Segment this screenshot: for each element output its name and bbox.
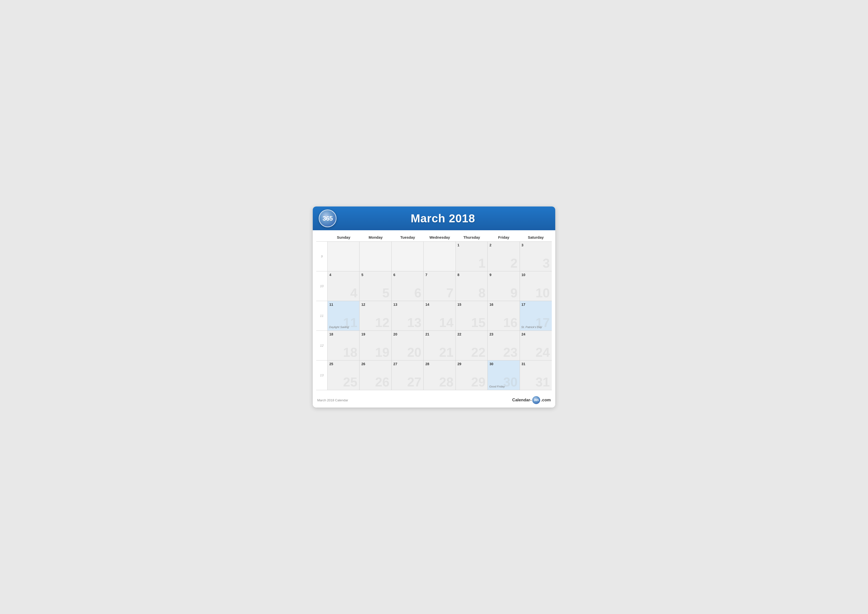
watermark-w1-d6: 10 (535, 286, 550, 299)
day-number-w4-d1: 26 (361, 362, 389, 366)
day-number-w1-d5: 9 (490, 273, 518, 277)
dow-friday: Friday (488, 233, 519, 241)
day-cell-w1-d6: 1010 (520, 271, 552, 301)
day-cell-w0-d6: 33 (520, 242, 552, 271)
day-number-w2-d5: 16 (490, 303, 518, 306)
page-footer: March 2018 Calendar Calendar- 365 .com (313, 394, 555, 407)
footer-brand-prefix: Calendar- (512, 398, 532, 403)
week-row-0: 9112233 (316, 242, 552, 271)
day-cell-w3-d4: 2222 (456, 331, 488, 360)
day-cell-w2-d1: 1212 (360, 301, 391, 331)
day-cell-w1-d4: 88 (456, 271, 488, 301)
watermark-w4-d4: 29 (471, 376, 485, 389)
watermark-w3-d0: 18 (343, 346, 358, 359)
day-number-w4-d0: 25 (329, 362, 358, 366)
day-cell-w4-d4: 2929 (456, 361, 488, 390)
day-number-w4-d2: 27 (394, 362, 422, 366)
watermark-w3-d2: 20 (407, 346, 422, 359)
day-number-w2-d6: 17 (522, 303, 550, 306)
week-number-0: 9 (316, 242, 328, 271)
day-number-w3-d3: 21 (425, 332, 454, 336)
watermark-w3-d4: 22 (471, 346, 485, 359)
dow-sunday: Sunday (328, 233, 360, 241)
dow-tuesday: Tuesday (392, 233, 424, 241)
watermark-w0-d4: 1 (478, 257, 485, 270)
day-cell-w3-d6: 2424 (520, 331, 552, 360)
week-number-3: 12 (316, 331, 328, 360)
day-cell-w3-d1: 1919 (360, 331, 391, 360)
week-number-2: 11 (316, 301, 328, 331)
day-cell-w3-d3: 2121 (424, 331, 456, 360)
watermark-w1-d2: 6 (414, 286, 422, 299)
day-cell-w1-d0: 44 (328, 271, 360, 301)
logo-badge: 365 (319, 210, 336, 227)
watermark-w3-d1: 19 (375, 346, 389, 359)
watermark-w3-d3: 21 (439, 346, 454, 359)
week-number-1: 10 (316, 271, 328, 301)
watermark-w1-d3: 7 (446, 286, 454, 299)
day-number-w3-d5: 23 (490, 332, 518, 336)
watermark-w4-d3: 28 (439, 376, 454, 389)
watermark-w2-d4: 15 (471, 316, 485, 329)
day-number-w2-d3: 14 (425, 303, 454, 306)
day-cell-w4-d5: 3030Good Friday (488, 361, 519, 390)
day-number-w1-d1: 5 (361, 273, 389, 277)
day-cell-w3-d5: 2323 (488, 331, 519, 360)
calendar-body: Sunday Monday Tuesday Wednesday Thursday… (313, 230, 555, 394)
watermark-w1-d1: 5 (382, 286, 389, 299)
watermark-w4-d1: 26 (375, 376, 389, 389)
day-cell-w2-d4: 1515 (456, 301, 488, 331)
day-number-w2-d1: 12 (361, 303, 389, 306)
footer-brand: Calendar- 365 .com (512, 396, 551, 404)
day-cell-w0-d0 (328, 242, 360, 271)
calendar-title: March 2018 (336, 212, 549, 225)
day-cell-w0-d3 (424, 242, 456, 271)
week-row-3: 121818191920202121222223232424 (316, 331, 552, 361)
day-number-w3-d6: 24 (522, 332, 550, 336)
day-cell-w2-d5: 1616 (488, 301, 519, 331)
day-number-w0-d6: 3 (522, 243, 550, 247)
day-number-w3-d2: 20 (394, 332, 422, 336)
day-cell-w2-d0: 1111Daylight Saving (328, 301, 360, 331)
event-label-w2-d6: St. Patrick's Day (521, 326, 550, 328)
day-cell-w0-d1 (360, 242, 391, 271)
day-cell-w0-d2 (392, 242, 424, 271)
day-cell-w1-d1: 55 (360, 271, 391, 301)
day-cell-w4-d3: 2828 (424, 361, 456, 390)
day-number-w2-d2: 13 (394, 303, 422, 306)
week-number-4: 13 (316, 361, 328, 390)
day-cell-w1-d3: 77 (424, 271, 456, 301)
day-number-w1-d6: 10 (522, 273, 550, 277)
day-number-w4-d6: 31 (522, 362, 550, 366)
weeks-container: 9112233104455667788991010111111Daylight … (316, 242, 552, 390)
watermark-w4-d6: 31 (535, 376, 550, 389)
week-row-4: 13252526262727282829293030Good Friday313… (316, 361, 552, 390)
day-cell-w2-d3: 1414 (424, 301, 456, 331)
watermark-w2-d2: 13 (407, 316, 422, 329)
watermark-w2-d3: 14 (439, 316, 454, 329)
days-of-week-row: Sunday Monday Tuesday Wednesday Thursday… (316, 233, 552, 242)
calendar-container: 365 March 2018 Sunday Monday Tuesday Wed… (313, 207, 555, 407)
week-num-header (316, 233, 328, 241)
day-cell-w2-d6: 1717St. Patrick's Day (520, 301, 552, 331)
day-number-w3-d4: 22 (457, 332, 486, 336)
watermark-w0-d6: 3 (542, 257, 550, 270)
day-cell-w4-d0: 2525 (328, 361, 360, 390)
calendar-header: 365 March 2018 (313, 207, 555, 230)
day-number-w4-d4: 29 (457, 362, 486, 366)
watermark-w4-d0: 25 (343, 376, 358, 389)
day-number-w4-d3: 28 (425, 362, 454, 366)
watermark-w1-d0: 4 (350, 286, 358, 299)
day-cell-w1-d2: 66 (392, 271, 424, 301)
day-cell-w2-d2: 1313 (392, 301, 424, 331)
footer-brand-365: 365 (532, 396, 540, 404)
watermark-w0-d5: 2 (510, 257, 518, 270)
day-cell-w1-d5: 99 (488, 271, 519, 301)
day-cell-w3-d2: 2020 (392, 331, 424, 360)
dow-thursday: Thursday (456, 233, 488, 241)
day-number-w3-d1: 19 (361, 332, 389, 336)
week-row-1: 104455667788991010 (316, 271, 552, 301)
week-row-2: 111111Daylight Saving1212131314141515161… (316, 301, 552, 331)
day-number-w1-d0: 4 (329, 273, 358, 277)
watermark-w1-d4: 8 (478, 286, 485, 299)
